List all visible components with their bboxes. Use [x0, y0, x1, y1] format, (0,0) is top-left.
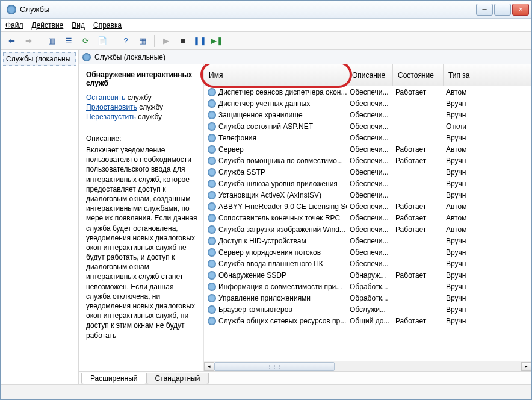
- service-row[interactable]: Установщик ActiveX (AxInstSV)Обеспечи...…: [204, 189, 531, 201]
- service-row[interactable]: Информация о совместимости при...Обработ…: [204, 281, 531, 292]
- horizontal-scrollbar[interactable]: ◂ ⋮⋮⋮ ▸: [204, 361, 531, 371]
- service-row[interactable]: ABBYY FineReader 9.0 CE Licensing Se...О…: [204, 201, 531, 212]
- restart-service-button[interactable]: ▶❚: [209, 34, 224, 48]
- help-button[interactable]: ?: [119, 34, 133, 48]
- service-icon: [208, 260, 216, 268]
- cell-type: Вручн: [444, 317, 492, 325]
- menu-action[interactable]: Действие: [32, 21, 64, 30]
- cell-type: Вручн: [444, 248, 492, 257]
- pause-link[interactable]: Приостановить: [86, 103, 137, 111]
- service-row[interactable]: Служба загрузки изображений Wind...Обесп…: [204, 223, 531, 235]
- service-name-text: Установщик ActiveX (AxInstSV): [218, 191, 321, 199]
- minimize-button[interactable]: ─: [476, 4, 493, 16]
- service-name-text: Доступ к HID-устройствам: [218, 237, 306, 245]
- service-row[interactable]: ТелефонияОбеспечи...Вручн: [204, 132, 531, 143]
- restart-link[interactable]: Перезапустить: [86, 113, 136, 121]
- service-name-text: Диспетчер учетных данных: [218, 99, 310, 108]
- cell-type: Автом: [444, 145, 492, 154]
- menu-view[interactable]: Вид: [72, 21, 85, 30]
- scroll-right-button[interactable]: ▸: [521, 362, 531, 371]
- cell-name: ABBYY FineReader 9.0 CE Licensing Se...: [204, 202, 347, 211]
- gear-icon: [82, 53, 91, 61]
- cell-description: Обеспечи...: [347, 122, 393, 131]
- menu-bar: Файл Действие Вид Справка: [1, 19, 531, 32]
- cell-name: Служба шлюза уровня приложения: [204, 180, 347, 188]
- maximize-button[interactable]: □: [494, 4, 511, 16]
- service-row[interactable]: Служба шлюза уровня приложенияОбеспечи..…: [204, 178, 531, 189]
- stop-service-button[interactable]: ■: [176, 34, 190, 48]
- service-row[interactable]: Сервер упорядочения потоковОбеспечи...Вр…: [204, 246, 531, 258]
- refresh-button[interactable]: ⟳: [78, 34, 93, 48]
- cell-type: Вручн: [444, 305, 492, 314]
- scroll-left-button[interactable]: ◂: [204, 362, 214, 371]
- description-label: Описание:: [86, 134, 197, 143]
- window-controls: ─ □ ✕: [476, 4, 529, 16]
- close-button[interactable]: ✕: [512, 4, 529, 16]
- column-state[interactable]: Состояние: [393, 64, 444, 86]
- service-row[interactable]: Браузер компьютеровОбслужи...Вручн: [204, 304, 531, 315]
- window-title: Службы: [20, 5, 476, 14]
- service-row[interactable]: Служба общих сетевых ресурсов пр...Общий…: [204, 315, 531, 327]
- scroll-track[interactable]: ⋮⋮⋮: [214, 362, 521, 371]
- scroll-thumb[interactable]: ⋮⋮⋮: [214, 362, 335, 371]
- tab-standard[interactable]: Стандартный: [146, 373, 209, 384]
- cell-name: Служба ввода планшетного ПК: [204, 260, 347, 268]
- column-description[interactable]: Описание: [347, 64, 393, 86]
- cell-type: Вручн: [444, 99, 492, 108]
- service-name-text: Управление приложениями: [218, 294, 311, 302]
- column-startup-type[interactable]: Тип за: [444, 64, 531, 86]
- cell-state: Работает: [393, 202, 444, 211]
- service-name-text: Служба ввода планшетного ПК: [218, 260, 323, 268]
- service-row[interactable]: Служба SSTPОбеспечи...Вручн: [204, 166, 531, 178]
- cell-state: Работает: [393, 88, 444, 96]
- service-row[interactable]: Доступ к HID-устройствамОбеспечи...Вручн: [204, 235, 531, 246]
- service-icon: [208, 283, 216, 291]
- service-row[interactable]: Служба состояний ASP.NETОбеспечи...Откли: [204, 120, 531, 132]
- service-icon: [208, 248, 216, 257]
- cell-type: Автом: [444, 202, 492, 211]
- pause-service-button[interactable]: ❚❚: [193, 34, 207, 48]
- status-bar: [1, 384, 531, 399]
- service-row[interactable]: Управление приложениямиОбработк...Вручн: [204, 292, 531, 304]
- tree-pane: Службы (локальны: [1, 50, 79, 384]
- back-button[interactable]: ⬅: [4, 34, 19, 48]
- cell-name: Защищенное хранилище: [204, 111, 347, 119]
- cell-name: Сервер упорядочения потоков: [204, 248, 347, 257]
- cell-type: Вручн: [444, 237, 492, 245]
- menu-help[interactable]: Справка: [93, 21, 122, 30]
- description-text: Включает уведомление пользователя о необ…: [86, 145, 197, 340]
- service-list[interactable]: Диспетчер сеансов диспетчера окон...Обес…: [204, 86, 531, 361]
- service-icon: [208, 225, 216, 234]
- forward-button[interactable]: ➡: [21, 34, 36, 48]
- service-row[interactable]: Защищенное хранилищеОбеспечи...Вручн: [204, 109, 531, 120]
- console-button[interactable]: ▦: [135, 34, 150, 48]
- menu-file[interactable]: Файл: [5, 21, 23, 30]
- service-icon: [208, 317, 216, 325]
- show-hide-tree-button[interactable]: ▥: [45, 34, 59, 48]
- service-row[interactable]: СерверОбеспечи...РаботаетАвтом: [204, 143, 531, 155]
- cell-state: Работает: [393, 157, 444, 165]
- service-row[interactable]: Служба помощника по совместимо...Обеспеч…: [204, 155, 531, 166]
- service-row[interactable]: Диспетчер учетных данныхОбеспечи...Вручн: [204, 98, 531, 109]
- start-service-button[interactable]: ▶: [159, 34, 173, 48]
- cell-description: Обеспечи...: [347, 168, 393, 177]
- stop-link[interactable]: Остановить: [86, 93, 126, 102]
- cell-description: Обнаруж...: [347, 271, 393, 280]
- cell-description: Обеспечи...: [347, 99, 393, 108]
- service-row[interactable]: Обнаружение SSDPОбнаруж...РаботаетВручн: [204, 269, 531, 281]
- cell-description: Обработк...: [347, 283, 393, 291]
- service-row[interactable]: Служба ввода планшетного ПКОбеспечи...Вр…: [204, 258, 531, 269]
- cell-description: Обеспечи...: [347, 145, 393, 154]
- tree-root-item[interactable]: Службы (локальны: [3, 52, 76, 66]
- export-button[interactable]: 📄: [95, 34, 110, 48]
- column-name[interactable]: Имя: [204, 64, 347, 86]
- cell-type: Вручн: [444, 157, 492, 165]
- service-row[interactable]: Диспетчер сеансов диспетчера окон...Обес…: [204, 86, 531, 98]
- service-name-text: Служба шлюза уровня приложения: [218, 180, 338, 188]
- content-header: Службы (локальные): [79, 50, 531, 64]
- service-name-text: Служба загрузки изображений Wind...: [218, 225, 345, 234]
- separator: [40, 35, 40, 47]
- tab-extended[interactable]: Расширенный: [81, 373, 147, 384]
- properties-button[interactable]: ☰: [61, 34, 76, 48]
- service-row[interactable]: Сопоставитель конечных точек RPCОбеспечи…: [204, 212, 531, 223]
